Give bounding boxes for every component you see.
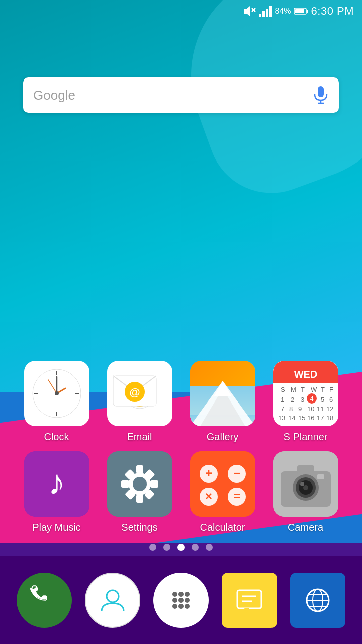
- page-dot-4[interactable]: [192, 544, 199, 551]
- app-email[interactable]: @ @ Email: [105, 361, 175, 443]
- app-row-1: Clock @ @: [0, 361, 362, 443]
- clock-icon[interactable]: [24, 361, 89, 426]
- page-dot-5[interactable]: [206, 544, 213, 551]
- svg-point-99: [178, 598, 184, 603]
- svg-text:14: 14: [288, 414, 295, 422]
- svg-rect-76: [190, 451, 255, 517]
- search-bar[interactable]: Google: [23, 77, 339, 113]
- splanner-label: S Planner: [284, 431, 328, 443]
- svg-text:6: 6: [329, 396, 333, 404]
- svg-rect-10: [318, 86, 324, 97]
- splanner-icon[interactable]: WED S M T W T F 1 2 3 4 5 6: [273, 361, 338, 426]
- status-bar: 84% 6:30 PM: [0, 0, 362, 22]
- app-splanner[interactable]: WED S M T W T F 1 2 3 4 5 6: [270, 361, 341, 443]
- svg-text:9: 9: [298, 405, 302, 413]
- svg-marker-0: [244, 6, 250, 16]
- svg-text:T: T: [301, 386, 305, 393]
- battery-icon: [294, 7, 308, 15]
- svg-text:17: 17: [317, 414, 324, 422]
- phone-nav-button[interactable]: [17, 573, 72, 628]
- clock-label: Clock: [44, 431, 69, 443]
- svg-text:W: W: [311, 386, 317, 393]
- gallery-icon[interactable]: [190, 361, 255, 426]
- gallery-label: Gallery: [207, 431, 238, 443]
- calculator-icon[interactable]: + − × =: [190, 451, 255, 517]
- svg-text:16: 16: [307, 414, 314, 422]
- svg-rect-9: [295, 9, 304, 13]
- svg-point-100: [185, 598, 190, 603]
- svg-point-21: [55, 391, 59, 395]
- svg-point-95: [172, 592, 177, 597]
- signal-icon: [259, 6, 272, 17]
- svg-rect-104: [237, 590, 261, 608]
- svg-rect-91: [297, 465, 314, 474]
- page-dot-3[interactable]: [177, 544, 185, 551]
- svg-text:13: 13: [278, 414, 285, 422]
- email-label: Email: [127, 431, 152, 443]
- search-placeholder: Google: [33, 88, 313, 103]
- svg-rect-3: [259, 14, 261, 17]
- svg-text:F: F: [329, 386, 333, 393]
- settings-label: Settings: [121, 522, 157, 533]
- svg-text:8: 8: [289, 405, 293, 413]
- home-apps-row: Clock @ @: [0, 361, 362, 443]
- svg-rect-68: [136, 465, 143, 473]
- svg-text:+: +: [205, 466, 212, 480]
- svg-rect-4: [262, 11, 265, 17]
- dock-apps-row: ♪ Play Music: [0, 451, 362, 533]
- svg-point-93: [303, 485, 308, 490]
- svg-point-67: [136, 480, 144, 488]
- nav-bar: [0, 556, 362, 644]
- svg-point-103: [185, 604, 190, 609]
- svg-text:2: 2: [291, 396, 294, 404]
- svg-text:T: T: [321, 386, 325, 393]
- app-calculator[interactable]: + − × = Calculator: [188, 451, 258, 533]
- svg-point-98: [172, 598, 177, 603]
- svg-point-90: [300, 482, 304, 486]
- app-gallery[interactable]: Gallery: [188, 361, 258, 443]
- svg-point-102: [178, 604, 184, 609]
- svg-text:15: 15: [298, 414, 305, 422]
- svg-text:S: S: [281, 386, 285, 393]
- svg-rect-69: [136, 495, 143, 503]
- svg-text:M: M: [291, 386, 296, 393]
- svg-text:♪: ♪: [48, 463, 65, 501]
- svg-point-97: [185, 592, 190, 597]
- page-dot-1[interactable]: [149, 544, 156, 551]
- svg-text:4: 4: [310, 395, 313, 403]
- email-icon[interactable]: @ @: [107, 361, 172, 426]
- contacts-nav-button[interactable]: [85, 573, 140, 628]
- apps-nav-button[interactable]: [153, 573, 209, 628]
- app-camera[interactable]: Camera: [270, 451, 341, 533]
- play-music-icon[interactable]: ♪: [24, 451, 89, 517]
- app-clock[interactable]: Clock: [22, 361, 92, 443]
- play-music-label: Play Music: [32, 522, 81, 533]
- settings-icon[interactable]: [107, 451, 172, 517]
- dock-row: ♪ Play Music: [0, 451, 362, 533]
- mute-icon: [243, 6, 256, 17]
- app-play-music[interactable]: ♪ Play Music: [22, 451, 92, 533]
- svg-point-94: [107, 590, 119, 602]
- page-dot-2[interactable]: [163, 544, 170, 551]
- svg-text:1: 1: [281, 396, 284, 404]
- internet-nav-button[interactable]: [290, 573, 345, 628]
- svg-rect-70: [121, 480, 129, 488]
- svg-text:11: 11: [317, 405, 324, 413]
- messages-nav-button[interactable]: [222, 573, 277, 628]
- app-settings[interactable]: Settings: [105, 451, 175, 533]
- svg-text:−: −: [233, 466, 240, 480]
- page-indicators: [0, 544, 362, 551]
- battery-text: 84%: [275, 7, 291, 16]
- mic-icon[interactable]: [313, 84, 329, 106]
- svg-rect-8: [306, 10, 308, 13]
- svg-text:7: 7: [281, 405, 284, 413]
- svg-rect-6: [269, 6, 272, 17]
- svg-point-101: [172, 604, 177, 609]
- svg-text:3: 3: [301, 396, 304, 404]
- svg-text:18: 18: [326, 414, 333, 422]
- svg-text:=: =: [233, 489, 240, 503]
- camera-icon[interactable]: [273, 451, 338, 517]
- svg-rect-5: [266, 9, 268, 17]
- svg-rect-71: [150, 480, 158, 488]
- status-icons: 84% 6:30 PM: [243, 5, 354, 18]
